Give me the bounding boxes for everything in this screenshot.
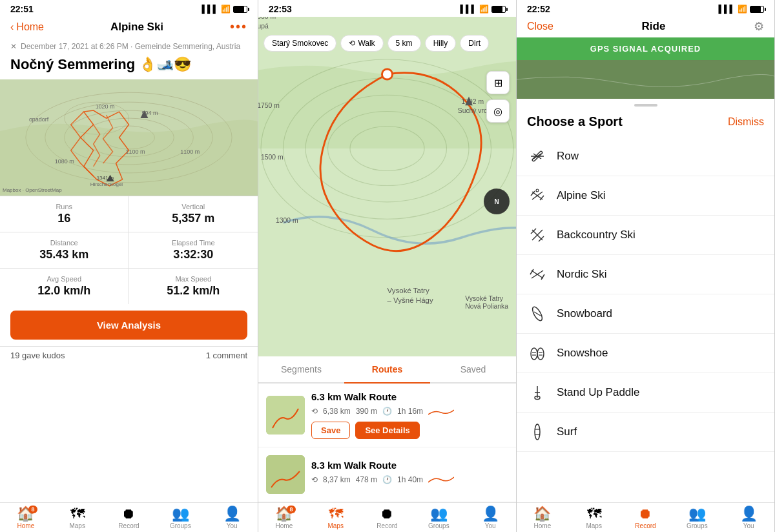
stat-value-avg: 12.0 km/h: [37, 284, 90, 298]
svg-text:Vysoké Tatry: Vysoké Tatry: [388, 287, 429, 294]
location-icon: ◎: [493, 105, 502, 118]
layers-icon: ⊞: [494, 77, 502, 89]
stats-grid: Runs 16 Vertical 5,357 m Distance 35.43 …: [0, 196, 258, 304]
sport-surf-label: Surf: [557, 425, 577, 438]
status-time-2: 22:53: [269, 4, 292, 14]
svg-text:1080 m: 1080 m: [55, 158, 74, 165]
tab2-groups[interactable]: 👥 Groups: [413, 507, 464, 529]
activity-map[interactable]: opadorf 1080 m 1020 m 994 m 1100 m 1100 …: [0, 79, 258, 196]
save-route-button[interactable]: Save: [311, 422, 350, 439]
svg-point-60: [537, 348, 544, 360]
snowshoe-icon: [527, 343, 548, 363]
tab-home-label: Home: [17, 522, 35, 529]
tab3-home-label: Home: [534, 522, 552, 529]
route-thumb-1: [266, 396, 305, 435]
sport-alpine-ski[interactable]: Alpine Ski: [517, 176, 774, 216]
sport-surf[interactable]: Surf: [517, 413, 774, 452]
sport-sup[interactable]: Stand Up Paddle: [517, 373, 774, 413]
gear-button[interactable]: ⚙: [754, 19, 764, 34]
tab-routes[interactable]: Routes: [344, 356, 430, 384]
svg-text:1100 m: 1100 m: [180, 148, 200, 155]
sport-backcountry-ski[interactable]: Backcountry Ski: [517, 216, 774, 255]
sport-nordic-ski-label: Nordic Ski: [557, 268, 606, 281]
filter-distance[interactable]: 5 km: [388, 35, 421, 52]
svg-rect-37: [266, 396, 305, 435]
sheet-header: Choose a Sport Dismiss: [517, 109, 774, 137]
status-icons-3: ▌▌▌ 📶: [718, 5, 764, 14]
filter-walk[interactable]: ⟲ Walk: [340, 35, 383, 52]
tab3-maps[interactable]: 🗺 Maps: [568, 507, 620, 529]
tab2-you-label: You: [485, 522, 496, 529]
tab2-home[interactable]: 🏠 8 Home: [258, 507, 310, 529]
route-actions-1: Save See Details: [311, 422, 508, 439]
home-badge-2: 8: [287, 506, 296, 513]
dismiss-button[interactable]: Dismiss: [728, 116, 764, 128]
route-thumb-2: [266, 455, 305, 494]
tab2-you[interactable]: 👤 You: [464, 507, 516, 529]
groups-icon: 👥: [172, 507, 189, 521]
filter-hilly[interactable]: Hilly: [425, 35, 457, 52]
sport-nordic-ski[interactable]: Nordic Ski: [517, 255, 774, 294]
sport-snowboard-label: Snowboard: [557, 307, 612, 320]
nav-bar-3: Close Ride ⚙: [517, 17, 774, 37]
sport-row[interactable]: Row: [517, 137, 774, 176]
view-analysis-button[interactable]: View Analysis: [10, 311, 247, 340]
screen-map-routes: 22:53 ▌▌▌ 📶: [258, 0, 517, 532]
wifi-icon: 📶: [221, 5, 231, 14]
sport-snowboard[interactable]: Snowboard: [517, 294, 774, 334]
more-button[interactable]: •••: [230, 19, 247, 34]
signal-icon: ▌▌▌: [202, 5, 218, 14]
stat-value-elapsed: 3:32:30: [173, 248, 213, 261]
main-map[interactable]: 2538 m Končista Tupá 1750 m 1500 m 1300 …: [258, 0, 516, 356]
tab-bar-2: 🏠 8 Home 🗺 Maps ⏺ Record 👥 Groups 👤 You: [258, 502, 516, 532]
tab2-maps[interactable]: 🗺 Maps: [310, 507, 362, 529]
map-filters: Starý Smokovec ⟲ Walk 5 km Hilly Dirt: [258, 31, 516, 56]
svg-text:Nová Polianka: Nová Polianka: [465, 303, 508, 310]
status-icons-2: ▌▌▌ 📶: [460, 5, 506, 14]
stat-runs: Runs 16: [0, 196, 129, 232]
sheet-title: Choose a Sport: [527, 114, 623, 129]
maps-icon: 🗺: [70, 507, 85, 521]
tab-saved[interactable]: Saved: [430, 356, 516, 384]
sport-snowshoe[interactable]: Snowshoe: [517, 334, 774, 373]
clock-icon-2: 🕐: [382, 475, 392, 484]
routes-tabs: Segments Routes Saved: [258, 356, 516, 384]
tab-bar-3: 🏠 Home 🗺 Maps ⏺ Record 👥 Groups 👤 You: [517, 502, 774, 532]
svg-point-59: [531, 348, 537, 360]
stat-label-avg: Avg Speed: [46, 275, 81, 283]
tab-you[interactable]: 👤 You: [206, 507, 258, 529]
svg-text:Hirschenkogel: Hirschenkogel: [90, 181, 123, 187]
tab-groups[interactable]: 👥 Groups: [154, 507, 206, 529]
tab3-groups[interactable]: 👥 Groups: [671, 507, 723, 529]
see-details-button[interactable]: See Details: [355, 422, 419, 439]
layers-button[interactable]: ⊞: [486, 71, 510, 94]
stat-value-max: 51.2 km/h: [167, 284, 220, 298]
tab3-home[interactable]: 🏠 Home: [517, 507, 568, 529]
home-badge: 8: [28, 506, 37, 513]
back-button[interactable]: ‹ Home: [10, 21, 44, 33]
tab-segments[interactable]: Segments: [258, 356, 344, 384]
close-button[interactable]: Close: [527, 21, 553, 32]
home-icon-3: 🏠: [533, 507, 551, 521]
tab2-groups-label: Groups: [428, 522, 450, 529]
record-icon-2: ⏺: [380, 507, 394, 521]
tab-groups-label: Groups: [170, 522, 191, 529]
route-name-2: 8.3 km Walk Route: [311, 460, 508, 471]
tab3-record[interactable]: ⏺ Record: [620, 507, 672, 529]
stat-value-distance: 35.43 km: [39, 248, 88, 261]
tab2-record[interactable]: ⏺ Record: [362, 507, 413, 529]
svg-point-23: [382, 69, 392, 79]
row-icon: [527, 146, 548, 167]
tab3-you[interactable]: 👤 You: [723, 507, 774, 529]
battery-icon-2: [491, 6, 506, 13]
filter-location[interactable]: Starý Smokovec: [264, 35, 336, 52]
tab-home[interactable]: 🏠 8 Home: [0, 507, 52, 529]
location-button[interactable]: ◎: [486, 99, 510, 123]
sheet-handle: [634, 104, 657, 107]
tab3-maps-label: Maps: [586, 522, 601, 529]
filter-dirt[interactable]: Dirt: [460, 35, 489, 52]
tab-maps[interactable]: 🗺 Maps: [52, 507, 103, 529]
walk-icon: ⟲: [349, 39, 355, 48]
gps-status-bar: GPS SIGNAL ACQUIRED: [517, 37, 774, 60]
tab-record[interactable]: ⏺ Record: [103, 507, 155, 529]
